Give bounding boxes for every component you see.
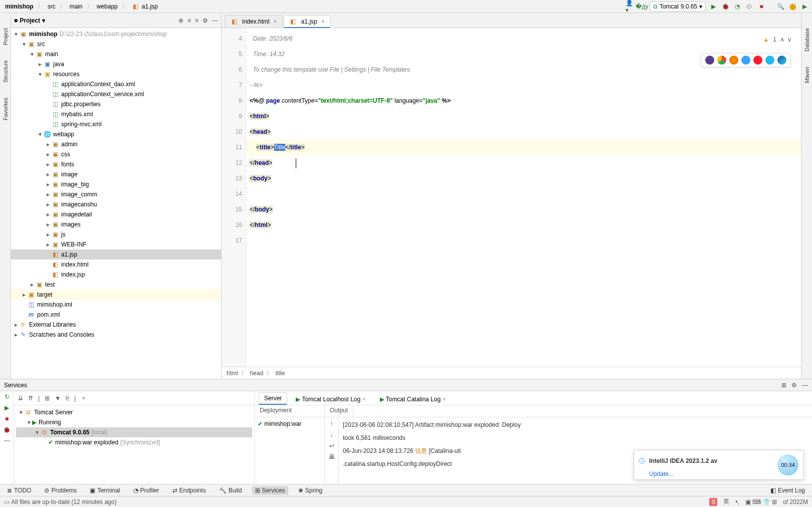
add-config-icon[interactable]: 👤▾: [626, 2, 635, 11]
print-icon[interactable]: 🖶: [329, 453, 335, 460]
open-in-browser-bar: [701, 53, 791, 67]
add-icon[interactable]: ＋: [81, 394, 87, 402]
gear-icon[interactable]: ⚙: [202, 17, 208, 24]
builtin-preview-icon[interactable]: [705, 56, 714, 65]
rail-maven[interactable]: Maven: [804, 67, 810, 83]
breadcrumbs: mimishop〉 src〉 main〉 webapp〉 ◧a1.jsp: [3, 2, 160, 12]
bottom-tool-strip: ≣ TODO ⊘ Problems ▣ Terminal ◔ Profiler …: [0, 484, 812, 496]
project-tree[interactable]: ▾▣mimishopD:\22-23-2\class1\ssm-project\…: [11, 28, 221, 379]
more-icon[interactable]: ⋯: [4, 437, 10, 444]
close-icon[interactable]: ×: [321, 18, 325, 25]
run-config-label: Tomcat 9.0.65: [660, 3, 697, 10]
stop-icon[interactable]: ■: [5, 415, 9, 422]
chrome-icon[interactable]: [717, 56, 726, 65]
services-title: Services: [4, 382, 27, 389]
crumb-file[interactable]: ◧a1.jsp: [130, 2, 160, 12]
chevron-down-icon[interactable]: v: [788, 32, 791, 48]
rail-database[interactable]: Database: [804, 28, 810, 52]
stop-icon[interactable]: ■: [757, 2, 766, 11]
line-gutter: 4567891011121314151617: [222, 28, 247, 367]
hide-icon[interactable]: —: [802, 382, 808, 389]
memory-indicator[interactable]: of 2022M: [783, 498, 808, 505]
tool-spring[interactable]: ❀ Spring: [295, 486, 326, 495]
left-tool-rail: Project Structure Favorites: [0, 13, 11, 379]
crumb[interactable]: main: [68, 2, 85, 11]
tab-localhost-log[interactable]: ▶ Tomcat Localhost Log ×: [290, 393, 371, 405]
status-bar: ▭ All files are up-to-date (12 minutes a…: [0, 496, 812, 507]
rerun-icon[interactable]: ↻: [5, 393, 10, 400]
bc-title[interactable]: title: [275, 370, 285, 377]
tab-index-html[interactable]: ◧index.html×: [225, 15, 283, 28]
run-icon[interactable]: ▶: [709, 2, 718, 11]
services-toolbar: ⇊ ⇈ | ⊞ ▼ ⎘ | ＋: [14, 391, 254, 405]
tool-build[interactable]: 🔨 Build: [216, 486, 245, 495]
bc-html[interactable]: html: [227, 370, 238, 377]
rail-favorites[interactable]: Favorites: [3, 98, 9, 120]
crumb[interactable]: webapp: [95, 2, 120, 11]
hide-icon[interactable]: —: [212, 17, 218, 24]
status-message: All files are up-to-date (12 minutes ago…: [11, 498, 116, 505]
firefox-icon[interactable]: [729, 56, 738, 65]
tool-services[interactable]: ⊞ Services: [252, 486, 288, 495]
expand-icon[interactable]: ≡: [187, 17, 191, 24]
chevron-up-icon[interactable]: ʌ: [780, 32, 784, 48]
soft-wrap-icon[interactable]: ↩: [329, 442, 334, 449]
tab-a1-jsp[interactable]: ◧a1.jsp×: [284, 15, 330, 28]
services-tool-window: Services ⊞ ⚙ — ↻ ▶ ■ 🐞 ⋯ ⇊ ⇈ | ⊞: [0, 379, 812, 484]
console-output[interactable]: [2023-06-06 02:08:10,547] Artifact mimis…: [339, 417, 812, 484]
collapse-all-icon[interactable]: ⇈: [28, 395, 33, 402]
opera-icon[interactable]: [753, 56, 762, 65]
edge-icon[interactable]: [777, 56, 786, 65]
tool-endpoints[interactable]: ⇄ Endpoints: [169, 486, 209, 495]
tool-problems[interactable]: ⊘ Problems: [41, 486, 80, 495]
project-view-switch[interactable]: ■ Project ▾: [14, 17, 45, 24]
ie-icon[interactable]: [765, 56, 774, 65]
tab-catalina-log[interactable]: ▶ Tomcat Catalina Log ×: [374, 393, 452, 405]
notif-link[interactable]: Update...: [649, 467, 717, 480]
profile-icon[interactable]: ⏲: [745, 2, 754, 11]
inspections-widget[interactable]: ▲1 ʌ v: [763, 32, 791, 48]
link-icon[interactable]: ⎘: [66, 395, 69, 402]
editor-area: ◧index.html× ◧a1.jsp× 456789101112131415…: [222, 13, 801, 379]
tool-terminal[interactable]: ▣ Terminal: [87, 486, 123, 495]
expand-all-icon[interactable]: ⇊: [18, 395, 23, 402]
safari-icon[interactable]: [741, 56, 750, 65]
run-config-dropdown[interactable]: ⧉ Tomcat 9.0.65 ▾: [650, 2, 706, 12]
tool-todo[interactable]: ≣ TODO: [4, 486, 34, 495]
code-editor[interactable]: 4567891011121314151617 Date: 2023/6/6 Ti…: [222, 28, 801, 367]
ide-update-icon[interactable]: ▶: [800, 2, 809, 11]
layout-icon[interactable]: ⊞: [781, 382, 786, 389]
tab-server[interactable]: Server: [259, 392, 287, 405]
debug-icon[interactable]: 🐞: [721, 2, 730, 11]
status-icon[interactable]: ▭: [4, 498, 10, 505]
gear-icon[interactable]: ⚙: [791, 382, 797, 389]
locate-icon[interactable]: ⊕: [178, 17, 183, 24]
filter-icon[interactable]: ▼: [55, 395, 61, 402]
project-tool-window: ■ Project ▾ ⊕ ≡ ≡ ⚙ — ▾▣mimishopD:\22-23…: [11, 13, 222, 379]
build-icon[interactable]: �ду: [638, 2, 647, 11]
rail-structure[interactable]: Structure: [3, 60, 9, 83]
debug-icon[interactable]: 🐞: [3, 426, 11, 433]
tool-profiler[interactable]: ◔ Profiler: [130, 486, 162, 495]
settings-sync-icon[interactable]: ⬤: [788, 2, 797, 11]
rail-project[interactable]: Project: [3, 28, 9, 45]
search-icon[interactable]: 🔍: [776, 2, 785, 11]
warning-icon: ▲: [763, 32, 769, 48]
coverage-icon[interactable]: ◔: [733, 2, 742, 11]
collapse-icon[interactable]: ≡: [195, 17, 198, 24]
tool-event-log[interactable]: ◧ Event Log: [767, 486, 808, 495]
crumb-root[interactable]: mimishop: [3, 2, 36, 11]
close-icon[interactable]: ×: [274, 18, 277, 25]
crumb[interactable]: src: [46, 2, 58, 11]
ime-lang[interactable]: 英: [723, 497, 729, 506]
run-icon[interactable]: ▶: [5, 404, 9, 411]
scroll-up-icon[interactable]: ↑: [330, 420, 333, 427]
group-icon[interactable]: ⊞: [45, 395, 50, 402]
scroll-down-icon[interactable]: ↓: [330, 431, 333, 438]
ime-indicator[interactable]: S: [709, 498, 717, 506]
update-notification[interactable]: ⓘ IntelliJ IDEA 2023.1.2 av Update... 00…: [634, 450, 804, 480]
text-caret: [296, 158, 296, 168]
bc-head[interactable]: head: [250, 370, 264, 377]
services-tree[interactable]: ▾⧉Tomcat Server ▾▶Running ▾⧉Tomcat 9.0.6…: [14, 405, 254, 484]
deployment-list[interactable]: ✔ mimishop:war: [255, 417, 325, 484]
